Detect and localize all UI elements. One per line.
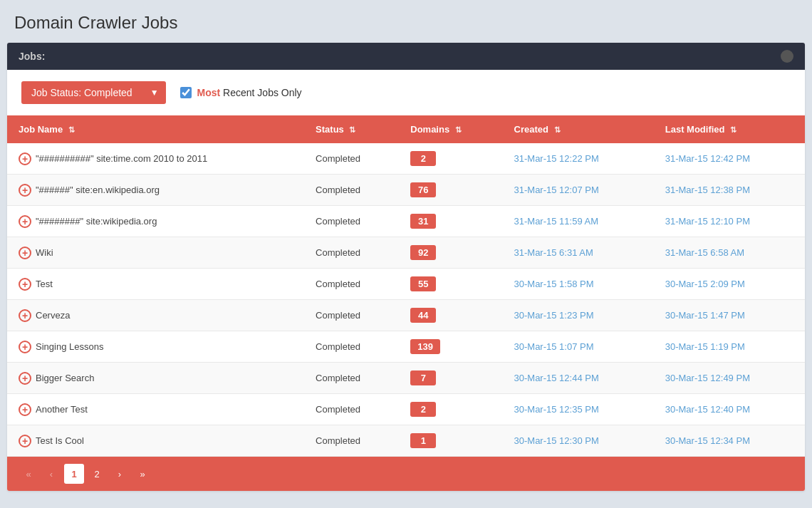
modified-cell: 30-Mar-15 12:34 PM [654,425,805,457]
job-name-text: "########" site:wikipedia.org [36,216,157,227]
domain-badge: 2 [410,402,436,417]
status-cell: Completed [304,331,399,363]
created-cell: 31-Mar-15 6:31 AM [503,237,654,269]
created-cell: 30-Mar-15 1:07 PM [503,331,654,363]
status-cell: Completed [304,363,399,394]
table-row: + Cerveza Completed 44 30-Mar-15 1:23 PM… [7,300,805,331]
table-header: Job Name ⇅ Status ⇅ Domains ⇅ Created ⇅ … [7,115,805,143]
page-prev-button[interactable]: ‹ [41,464,61,484]
status-filter-arrow: ▼ [143,88,166,98]
domains-cell: 139 [399,331,502,363]
status-cell: Completed [304,300,399,331]
col-status[interactable]: Status ⇅ [304,115,399,143]
job-name-cell: + "##########" site:time.com 2010 to 201… [7,143,304,175]
status-cell: Completed [304,269,399,300]
table-row: + Test Is Cool Completed 1 30-Mar-15 12:… [7,425,805,457]
expand-icon[interactable]: + [19,152,31,165]
job-name-cell: + Bigger Search [7,363,304,394]
created-cell: 30-Mar-15 12:44 PM [503,363,654,394]
sort-icon-name: ⇅ [68,125,75,135]
filters-bar: Job Status: Completed ▼ Most Recent Jobs… [7,70,805,115]
status-cell: Completed [304,143,399,175]
toolbar: Jobs: [7,43,805,70]
sort-icon-modified: ⇅ [730,125,736,135]
modified-cell: 30-Mar-15 12:40 PM [654,394,805,425]
table-row: + "##########" site:time.com 2010 to 201… [7,143,805,175]
sort-icon-domains: ⇅ [455,125,462,135]
modified-cell: 31-Mar-15 12:10 PM [654,206,805,237]
col-created[interactable]: Created ⇅ [503,115,654,143]
created-cell: 31-Mar-15 12:07 PM [503,175,654,206]
page-next-button[interactable]: › [110,464,130,484]
expand-icon[interactable]: + [19,341,31,353]
created-cell: 31-Mar-15 12:22 PM [503,143,654,175]
domain-badge: 2 [410,151,436,166]
expand-icon[interactable]: + [19,184,31,197]
job-name-cell: + Another Test [7,394,304,425]
expand-icon[interactable]: + [19,247,31,259]
job-name-text: Singing Lessons [36,341,103,352]
pagination-bar: « ‹ 1 2 › » [7,457,805,491]
table-row: + Another Test Completed 2 30-Mar-15 12:… [7,394,805,425]
table-row: + Test Completed 55 30-Mar-15 1:58 PM 30… [7,269,805,300]
job-name-text: Test [36,279,53,289]
domains-cell: 2 [399,143,502,175]
page-first-button[interactable]: « [19,464,38,484]
toolbar-label: Jobs: [19,51,45,62]
domain-badge: 139 [410,339,440,354]
domain-badge: 31 [410,214,436,229]
created-cell: 30-Mar-15 1:58 PM [503,269,654,300]
sort-icon-status: ⇅ [349,125,355,135]
modified-cell: 30-Mar-15 12:49 PM [654,363,805,394]
col-last-modified[interactable]: Last Modified ⇅ [654,115,805,143]
page-title: Domain Crawler Jobs [14,13,798,33]
page-last-button[interactable]: » [132,464,152,484]
expand-icon[interactable]: + [19,215,31,228]
jobs-table: Job Name ⇅ Status ⇅ Domains ⇅ Created ⇅ … [7,115,805,457]
expand-icon[interactable]: + [19,403,31,416]
modified-cell: 30-Mar-15 1:47 PM [654,300,805,331]
page-1-button[interactable]: 1 [64,464,84,484]
domains-cell: 1 [399,425,502,457]
col-job-name[interactable]: Job Name ⇅ [7,115,304,143]
job-name-cell: + Cerveza [7,300,304,331]
domain-badge: 44 [410,308,436,323]
settings-icon[interactable] [781,50,793,63]
modified-cell: 31-Mar-15 6:58 AM [654,237,805,269]
expand-icon[interactable]: + [19,309,31,322]
job-name-text: Cerveza [36,310,70,321]
table-row: + Wiki Completed 92 31-Mar-15 6:31 AM 31… [7,237,805,269]
domains-cell: 55 [399,269,502,300]
job-name-cell: + Singing Lessons [7,331,304,363]
col-domains[interactable]: Domains ⇅ [399,115,502,143]
created-cell: 30-Mar-15 1:23 PM [503,300,654,331]
job-name-cell: + "######" site:en.wikipedia.org [7,175,304,206]
sort-icon-created: ⇅ [554,125,561,135]
domain-badge: 7 [410,370,436,385]
status-cell: Completed [304,394,399,425]
job-name-text: Test Is Cool [36,435,84,446]
modified-cell: 30-Mar-15 1:19 PM [654,331,805,363]
status-cell: Completed [304,237,399,269]
expand-icon[interactable]: + [19,435,31,447]
most-recent-checkbox[interactable] [180,87,192,98]
created-cell: 31-Mar-15 11:59 AM [503,206,654,237]
most-recent-label: Most Recent Jobs Only [197,87,302,98]
page-header: Domain Crawler Jobs [0,0,812,43]
table-row: + Singing Lessons Completed 139 30-Mar-1… [7,331,805,363]
expand-icon[interactable]: + [19,372,31,385]
domains-cell: 44 [399,300,502,331]
page-2-button[interactable]: 2 [87,464,107,484]
domains-cell: 31 [399,206,502,237]
status-filter-button[interactable]: Job Status: Completed ▼ [21,81,166,104]
most-recent-checkbox-wrapper[interactable]: Most Recent Jobs Only [180,87,302,98]
job-name-text: "######" site:en.wikipedia.org [36,185,160,195]
modified-cell: 30-Mar-15 2:09 PM [654,269,805,300]
expand-icon[interactable]: + [19,278,31,291]
job-name-cell: + Test [7,269,304,300]
table-row: + "######" site:en.wikipedia.org Complet… [7,175,805,206]
domain-badge: 76 [410,182,436,197]
main-container: Jobs: Job Status: Completed ▼ Most Recen… [7,43,805,491]
created-cell: 30-Mar-15 12:30 PM [503,425,654,457]
table-row: + Bigger Search Completed 7 30-Mar-15 12… [7,363,805,394]
